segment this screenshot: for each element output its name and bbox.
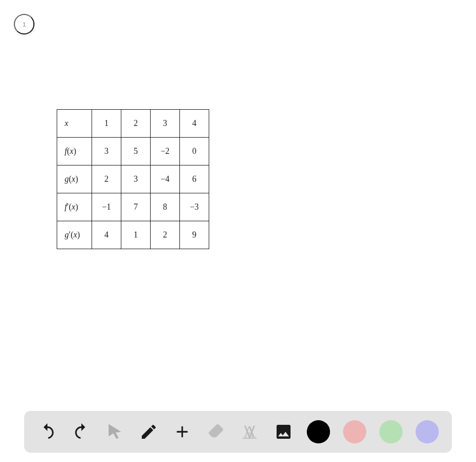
color-swatch-green[interactable] — [379, 420, 403, 443]
page-number-badge[interactable]: 1 — [14, 14, 34, 34]
image-icon — [274, 422, 293, 441]
row-label-fx: f(x) — [57, 138, 92, 165]
table-row: f(x) 3 5 −2 0 — [57, 138, 209, 165]
table-cell: 3 — [92, 138, 121, 165]
table-cell: 3 — [121, 165, 151, 193]
redo-icon — [72, 422, 91, 441]
row-label-gprime-x: g′(x) — [57, 221, 92, 249]
table-cell: 1 — [121, 221, 151, 249]
table-cell: −4 — [151, 165, 180, 193]
whiteboard-canvas[interactable]: 1 x 1 2 3 4 f(x) 3 5 −2 0 g(x) 2 3 −4 6 … — [0, 0, 476, 404]
eraser-button[interactable] — [206, 421, 227, 442]
redo-button[interactable] — [71, 421, 92, 442]
table-cell: 7 — [121, 193, 151, 221]
eraser-icon — [207, 422, 225, 441]
table-cell: −3 — [180, 193, 209, 221]
page-number-text: 1 — [22, 21, 26, 28]
svg-text:A: A — [244, 422, 256, 441]
table-header-col-2: 2 — [121, 110, 151, 138]
text-icon: A — [240, 422, 259, 441]
plus-icon — [173, 422, 192, 441]
table-header-x: x — [57, 110, 92, 138]
table-row: g′(x) 4 1 2 9 — [57, 221, 209, 249]
table-cell: 2 — [92, 165, 121, 193]
table-header-col-4: 4 — [180, 110, 209, 138]
pointer-button[interactable] — [105, 421, 126, 442]
table-cell: −1 — [92, 193, 121, 221]
image-button[interactable] — [273, 421, 294, 442]
drawing-toolbar: A — [24, 411, 452, 453]
undo-icon — [38, 422, 57, 441]
function-values-table: x 1 2 3 4 f(x) 3 5 −2 0 g(x) 2 3 −4 6 f′… — [57, 109, 209, 249]
color-swatch-black[interactable] — [307, 420, 330, 443]
table-cell: 4 — [92, 221, 121, 249]
table-row: g(x) 2 3 −4 6 — [57, 165, 209, 193]
table-cell: 9 — [180, 221, 209, 249]
color-swatch-red[interactable] — [343, 420, 366, 443]
pencil-button[interactable] — [139, 421, 159, 442]
table-cell: 6 — [180, 165, 209, 193]
table-header-row: x 1 2 3 4 — [57, 110, 209, 138]
table-cell: 8 — [151, 193, 180, 221]
undo-button[interactable] — [37, 421, 58, 442]
table-cell: 5 — [121, 138, 151, 165]
row-label-fprime-x: f′(x) — [57, 193, 92, 221]
table-header-col-1: 1 — [92, 110, 121, 138]
table-cell: 2 — [151, 221, 180, 249]
table-header-col-3: 3 — [151, 110, 180, 138]
color-swatch-purple[interactable] — [416, 420, 439, 443]
pointer-icon — [106, 422, 124, 441]
pencil-icon — [139, 422, 158, 441]
row-label-gx: g(x) — [57, 165, 92, 193]
table-cell: −2 — [151, 138, 180, 165]
table-cell: 0 — [180, 138, 209, 165]
add-button[interactable] — [172, 421, 193, 442]
text-button[interactable]: A — [239, 421, 260, 442]
table-row: f′(x) −1 7 8 −3 — [57, 193, 209, 221]
